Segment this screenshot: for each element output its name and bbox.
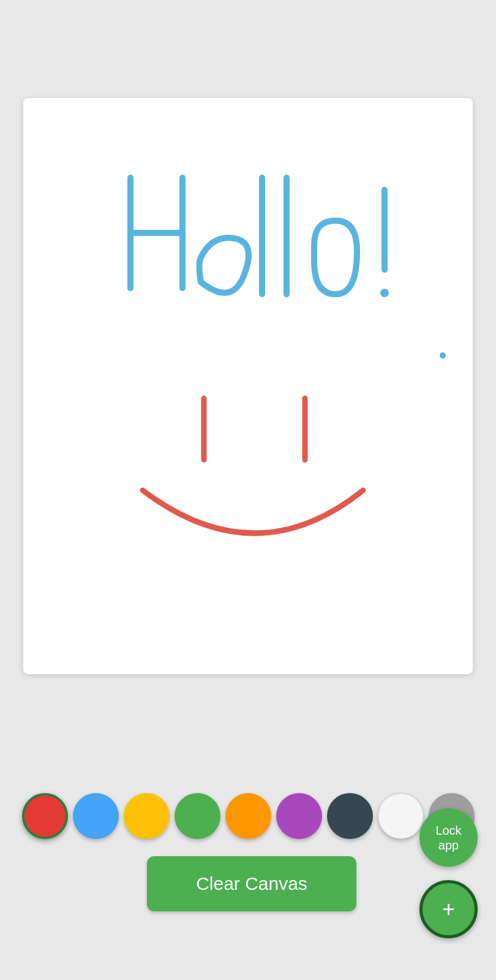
add-button[interactable]: + [419, 880, 478, 938]
color-swatch-orange[interactable] [225, 793, 271, 839]
svg-point-0 [380, 289, 389, 297]
lock-app-button[interactable]: Lock app [419, 808, 478, 867]
lock-app-line1: Lock [435, 823, 461, 838]
color-swatch-dark-blue[interactable] [327, 793, 373, 839]
color-swatch-green[interactable] [175, 793, 220, 839]
color-swatch-blue[interactable] [73, 793, 119, 839]
color-swatch-red[interactable] [22, 793, 68, 839]
clear-canvas-button[interactable]: Clear Canvas [147, 856, 356, 911]
svg-point-1 [440, 352, 446, 359]
color-swatch-yellow[interactable] [124, 793, 170, 839]
drawing-canvas[interactable] [23, 98, 473, 674]
color-swatch-white[interactable] [378, 793, 424, 839]
lock-app-line2: app [438, 838, 459, 853]
color-swatch-purple[interactable] [276, 793, 322, 839]
